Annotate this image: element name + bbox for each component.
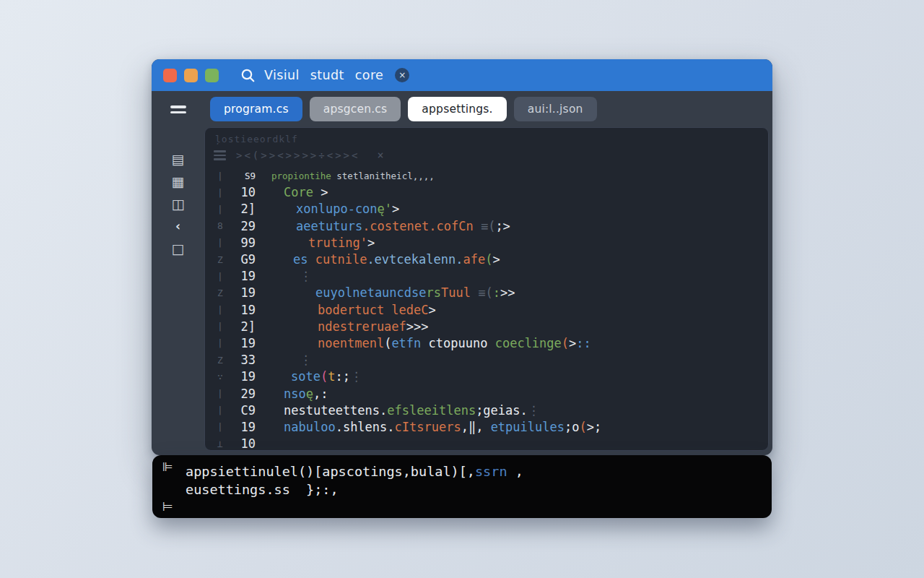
tab-bar: program.cs apsgcen.cs appsettings. aui:l… xyxy=(204,91,772,127)
chevron-left-icon[interactable]: ‹ xyxy=(170,220,187,233)
code-line[interactable]: Z33⋮ xyxy=(214,352,768,368)
code-line[interactable]: |10Core > xyxy=(214,184,768,201)
editor-close-icon[interactable]: × xyxy=(377,149,383,162)
code-line[interactable]: ∵19sote(t:;⋮ xyxy=(214,368,768,385)
code-line[interactable]: ZG9es cutnile.evtcekalenn.afe(> xyxy=(214,251,768,267)
code-line[interactable]: |19noentmenl(etfn ctopuuno coeclinge(>:: xyxy=(214,335,768,351)
tab-appsettings[interactable]: appsettings. xyxy=(408,97,506,121)
tab-auil-json[interactable]: aui:l..json xyxy=(514,97,597,121)
terminal-prompt-top-icon: ⊫ xyxy=(162,460,173,474)
terminal-prompt-bottom-icon: ⊨ xyxy=(162,499,173,514)
traffic-lights xyxy=(163,69,219,82)
terminal-lines: appsiettinulel()[apscotings,bulal)[,ssrn… xyxy=(186,463,772,499)
split-view-icon[interactable]: ◫ xyxy=(170,197,187,210)
code-line[interactable]: |2]xonlupo-conę'> xyxy=(214,201,768,217)
code-line[interactable]: 829aeetuturs.costenet.cofCn ≡(;> xyxy=(214,217,768,234)
editor-window: Visiul studt core × ▤ ▦ ◫ ‹ □ program.cs… xyxy=(152,59,772,455)
code-line[interactable]: ⊥10 xyxy=(214,436,768,452)
search-icon xyxy=(240,68,256,83)
terminal-line: eusettings.ss };:, xyxy=(186,481,772,499)
code-line[interactable]: |2]ndestreruaef>>> xyxy=(214,318,768,335)
search-bar[interactable]: Visiul studt core × xyxy=(240,68,409,83)
code-line[interactable]: |29nsoę,: xyxy=(214,385,768,402)
code-line[interactable]: |19nabuloo.shlens.cItsruers,‖, etpuilule… xyxy=(214,418,768,435)
traffic-light[interactable] xyxy=(163,69,177,82)
tab-program-cs[interactable]: program.cs xyxy=(210,97,302,121)
code-line[interactable]: Z19euyolnetauncdsersTuul ≡(:>> xyxy=(214,285,768,301)
search-query[interactable]: Visiul studt core xyxy=(264,68,383,82)
editor-header-hint: ļostieeordklf xyxy=(214,134,768,144)
editor-menu-icon[interactable] xyxy=(214,148,226,163)
code-line[interactable]: |19⋮ xyxy=(214,268,768,285)
code-lines: |S9propiontihe stetlanitheicl,,,,|10Core… xyxy=(214,168,768,452)
code-line[interactable]: |19bodertuct ledeC> xyxy=(214,301,768,318)
clear-search-icon[interactable]: × xyxy=(395,68,409,82)
terminal-line: appsiettinulel()[apscotings,bulal)[,ssrn… xyxy=(186,463,772,481)
grid-panel-icon[interactable]: ▤ xyxy=(170,152,187,165)
code-editor[interactable]: ļostieeordklf ><(>><>>>>÷<>>< × |S9propi… xyxy=(204,127,769,451)
grid-detail-icon[interactable]: ▦ xyxy=(170,175,187,188)
code-line[interactable]: |C9nestuteettens.efsleeitlens;geias.⋮ xyxy=(214,402,768,418)
editor-toolbar: ><(>><>>>>÷<>>< × xyxy=(214,148,768,163)
square-icon[interactable]: □ xyxy=(170,242,187,255)
code-line[interactable]: |S9propiontihe stetlanitheicl,,,, xyxy=(214,168,768,184)
titlebar: Visiul studt core × xyxy=(152,59,772,91)
terminal-panel[interactable]: ⊫ ⊨ appsiettinulel()[apscotings,bulal)[,… xyxy=(152,455,772,518)
breadcrumb-glyphs: ><(>><>>>>÷<>>< xyxy=(236,150,359,161)
traffic-light[interactable] xyxy=(205,69,219,82)
activity-sidebar: ▤ ▦ ◫ ‹ □ xyxy=(152,91,204,455)
menu-icon[interactable] xyxy=(170,103,186,116)
code-line[interactable]: |99truting'> xyxy=(214,234,768,251)
traffic-light[interactable] xyxy=(184,69,198,82)
tab-apsgcen-cs[interactable]: apsgcen.cs xyxy=(310,97,401,121)
